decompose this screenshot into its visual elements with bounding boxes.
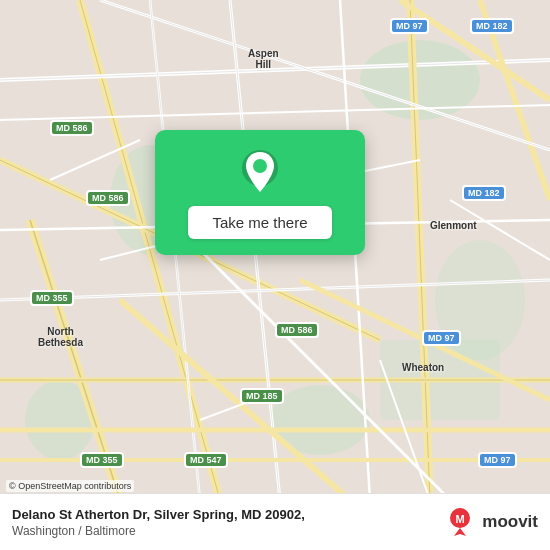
address-line2: Washington / Baltimore <box>12 524 442 538</box>
road-badge-md586-lower: MD 586 <box>275 322 319 338</box>
take-me-there-button[interactable]: Take me there <box>188 206 331 239</box>
road-badge-md355-bottom: MD 355 <box>80 452 124 468</box>
road-badge-md97-top: MD 97 <box>390 18 429 34</box>
location-card: Take me there <box>155 130 365 255</box>
moovit-text: moovit <box>482 512 538 532</box>
moovit-logo-icon: M <box>442 504 478 540</box>
osm-attribution: © OpenStreetMap contributors <box>6 480 134 492</box>
map-pin-icon <box>236 148 284 196</box>
svg-text:M: M <box>456 513 465 525</box>
road-badge-md97-mid: MD 97 <box>422 330 461 346</box>
address-container: Delano St Atherton Dr, Silver Spring, MD… <box>12 506 442 538</box>
svg-point-44 <box>253 159 267 173</box>
address-line1: Delano St Atherton Dr, Silver Spring, MD… <box>12 506 442 524</box>
moovit-logo: M moovit <box>442 504 538 540</box>
map-container: MD 97 MD 182 MD 586 MD 586 MD 182 MD 355… <box>0 0 550 550</box>
road-badge-md182-right: MD 182 <box>462 185 506 201</box>
road-badge-md547: MD 547 <box>184 452 228 468</box>
road-badge-md182-top: MD 182 <box>470 18 514 34</box>
road-badge-md586-left: MD 586 <box>50 120 94 136</box>
road-badge-md185: MD 185 <box>240 388 284 404</box>
bottom-bar: Delano St Atherton Dr, Silver Spring, MD… <box>0 493 550 550</box>
road-badge-md355-left: MD 355 <box>30 290 74 306</box>
road-badge-md586-mid: MD 586 <box>86 190 130 206</box>
road-badge-md97-bottom: MD 97 <box>478 452 517 468</box>
